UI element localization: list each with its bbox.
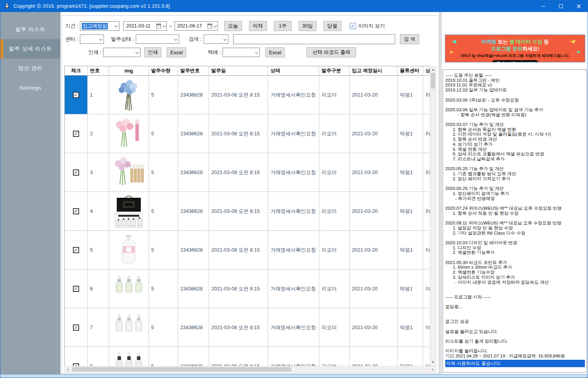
- row-number-cell: 2: [88, 114, 109, 153]
- table-row[interactable]: ✓ 2 5 23436628 2021-03-08 오전 8:15 거래명세서확…: [65, 114, 430, 153]
- quick-range-button[interactable]: 당월: [323, 21, 341, 31]
- sidebar-item-발주-리스트[interactable]: 발주 리스트: [0, 20, 61, 39]
- period-type-combo[interactable]: 입고예정일: [80, 21, 119, 31]
- row-check-cell[interactable]: ✓: [65, 76, 88, 114]
- check-icon: ✓: [74, 324, 78, 330]
- order-date-cell: 2021-03-08 오전 8:15: [209, 76, 268, 114]
- product-image-cell: [109, 76, 149, 114]
- scroll-down-icon[interactable]: ▼: [430, 359, 436, 366]
- table-row[interactable]: ✓ 8 5 23436628 2021-03-08 오전 8:15 거래명세서확…: [65, 347, 430, 366]
- quick-range-button[interactable]: 30일: [299, 21, 316, 31]
- column-header[interactable]: 물류센터: [398, 66, 423, 75]
- order-date-cell: 2021-03-08 오전 8:15: [209, 308, 268, 347]
- table-row[interactable]: ✓ 3 5 23436628 2021-03-08 오전 8:15 거래명세서확…: [65, 153, 430, 192]
- row-check-cell[interactable]: ✓: [65, 231, 88, 269]
- order-date-cell: 2021-03-08 오전 8:15: [209, 347, 268, 366]
- search-input[interactable]: [233, 34, 395, 44]
- date-from-picker[interactable]: 2021-03-11: [123, 21, 167, 31]
- row-checkbox[interactable]: ✓: [73, 247, 79, 253]
- sidebar-item-Settings[interactable]: Settings: [0, 78, 61, 97]
- status-cell: 거래명세서확인요청: [268, 153, 319, 192]
- scroll-up-icon[interactable]: ▲: [430, 66, 436, 73]
- print-button[interactable]: 인쇄: [144, 47, 161, 57]
- column-header[interactable]: img: [109, 66, 149, 75]
- center-cell: 덕평1: [398, 192, 423, 230]
- center-combo[interactable]: [80, 35, 104, 44]
- row-check-cell[interactable]: ✓: [65, 114, 88, 153]
- maximize-button[interactable]: [552, 0, 570, 12]
- table-row[interactable]: ✓ 6 5 23436628 2021-03-08 오전 8:15 거래명세서확…: [65, 269, 430, 308]
- order-status-combo[interactable]: [136, 35, 179, 44]
- order-qty-cell: 5: [149, 308, 178, 347]
- due-date-cell: 2021-03-20: [349, 231, 398, 269]
- scroll-left-icon[interactable]: ‹: [65, 366, 71, 372]
- row-check-cell[interactable]: ✓: [65, 269, 88, 308]
- due-date-cell: 2021-03-20: [349, 347, 398, 366]
- column-header[interactable]: 체크: [65, 66, 88, 75]
- banner-contact-pill[interactable]: 문의 - 카톡 : vbnvba: [491, 60, 538, 62]
- row-checkbox[interactable]: ✓: [73, 324, 79, 331]
- product-image-cell: [109, 347, 149, 366]
- search-button[interactable]: 검 색: [400, 34, 419, 44]
- column-header[interactable]: 상: [423, 66, 430, 75]
- quick-range-button[interactable]: 어제: [249, 21, 267, 31]
- vertical-scroll-thumb[interactable]: [431, 73, 435, 88]
- order-qty-cell: 5: [149, 231, 178, 269]
- quick-range-button[interactable]: 오늘: [224, 21, 242, 31]
- table-row[interactable]: ✓ 5 5 23436628 2021-03-08 오전 8:15 거래명세서확…: [65, 231, 430, 269]
- banner-line1: 마케팅 또는 웹 데이터 수집 등: [445, 38, 585, 45]
- row-checkbox[interactable]: ✓: [73, 131, 79, 137]
- date-to-picker[interactable]: 2021-06-17: [175, 21, 218, 31]
- table-row[interactable]: ✓ 7 5 23436628 2021-03-08 오전 8:15 거래명세서확…: [65, 308, 430, 347]
- barcode-print-button[interactable]: 선택 바코드 출력: [306, 47, 356, 57]
- vertical-scrollbar[interactable]: ▲ ▼: [430, 66, 436, 366]
- table-row[interactable]: ✓ 1 5 23436628 2021-03-08 오전 8:15 거래명세서확…: [65, 76, 430, 114]
- chevron-down-icon: [99, 37, 102, 40]
- search-field-combo[interactable]: [204, 35, 228, 44]
- sidebar-item-발주-상세-리스트[interactable]: 발주 상세 리스트: [0, 39, 61, 59]
- courier-excel-button[interactable]: Excel: [265, 47, 285, 57]
- row-checkbox[interactable]: ✓: [73, 363, 79, 366]
- table-row[interactable]: ✓ 4 5 23436628 2021-03-08 오전 8:15 거래명세서확…: [65, 192, 430, 231]
- ad-banner[interactable]: 마케팅 또는 웹 데이터 수집 등 프로그램 문의하세요! vb6.0 및 vb…: [445, 35, 585, 62]
- quick-range-button[interactable]: 1주: [274, 21, 292, 31]
- calendar-icon: [156, 24, 161, 29]
- title-bar: Copyright ⓒ 2015. program1472. [supplier…: [0, 0, 588, 12]
- scroll-right-icon[interactable]: ›: [429, 366, 436, 372]
- excel-button[interactable]: Excel: [167, 47, 186, 57]
- horizontal-scroll-thumb[interactable]: [72, 367, 291, 371]
- close-button[interactable]: ×: [570, 0, 588, 12]
- center-cell: 덕평1: [398, 153, 423, 192]
- column-header[interactable]: 발주번호: [178, 66, 209, 75]
- row-checkbox[interactable]: ✓: [73, 169, 79, 176]
- courier-combo[interactable]: [223, 48, 260, 57]
- order-no-cell: 23436628: [178, 269, 209, 308]
- column-header[interactable]: 상태: [268, 66, 319, 75]
- column-header[interactable]: 발주구분: [319, 66, 349, 75]
- sidebar-item-정산-관리[interactable]: 정산 관리: [0, 59, 61, 78]
- row-checkbox[interactable]: ✓: [73, 286, 79, 292]
- row-check-cell[interactable]: ✓: [65, 347, 88, 366]
- column-header[interactable]: 발주수량: [149, 66, 178, 75]
- order-type-cell: 리오더: [319, 269, 349, 308]
- panel-splitter[interactable]: [439, 12, 441, 375]
- order-date-cell: 2021-03-08 오전 8:15: [209, 114, 268, 153]
- row-checkbox[interactable]: ✓: [73, 208, 79, 214]
- print-combo[interactable]: [103, 48, 140, 57]
- row-check-cell[interactable]: ✓: [65, 153, 88, 192]
- date-from-value: 2021-03-11: [126, 23, 150, 29]
- row-check-cell[interactable]: ✓: [65, 308, 88, 347]
- column-header[interactable]: 입고 예정일시: [349, 66, 398, 75]
- order-date-cell: 2021-03-08 오전 8:15: [209, 192, 268, 230]
- minimize-button[interactable]: [534, 0, 552, 12]
- row-check-cell[interactable]: ✓: [65, 192, 88, 230]
- horizontal-scrollbar[interactable]: ‹ ›: [64, 366, 436, 373]
- image-view-checkbox[interactable]: ✓: [350, 23, 356, 29]
- order-no-cell: 23436628: [178, 347, 209, 366]
- status-cell: 거래명세서확인요청: [268, 76, 319, 114]
- log-box[interactable]: ----- 도움 주신 분들 ----- 2019.10.01 올투그린 - 제…: [443, 69, 587, 373]
- column-header[interactable]: 번호: [88, 66, 109, 75]
- dropper-bottles-dark-image: [111, 349, 146, 366]
- column-header[interactable]: 발주일: [209, 66, 268, 75]
- row-checkbox[interactable]: ✓: [73, 92, 79, 98]
